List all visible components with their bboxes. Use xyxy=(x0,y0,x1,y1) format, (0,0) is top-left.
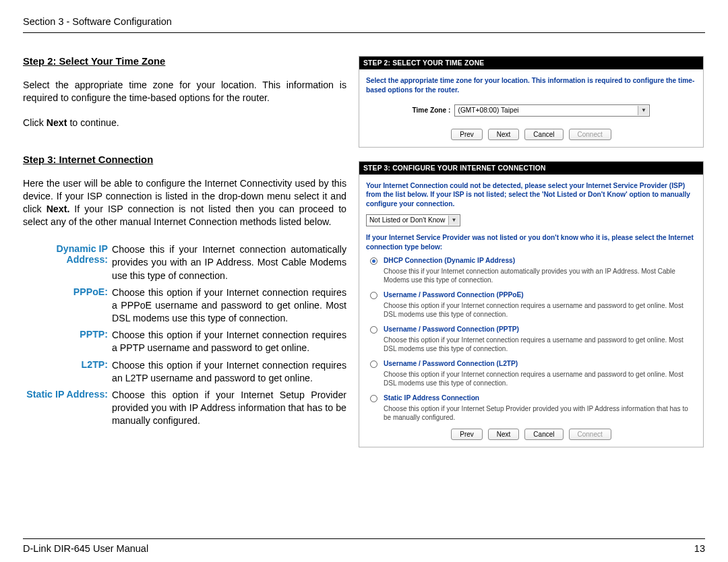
option-pptp[interactable]: Username / Password Connection (PPTP) Ch… xyxy=(370,325,696,353)
option-pppoe[interactable]: Username / Password Connection (PPPoE) C… xyxy=(370,291,696,319)
timezone-value: (GMT+08:00) Taipei xyxy=(455,106,533,114)
panel3-buttons: Prev Next Cancel Connect xyxy=(366,429,696,440)
radio-pptp[interactable] xyxy=(370,326,377,334)
connect-button[interactable]: Connect xyxy=(569,129,611,140)
prev-button[interactable]: Prev xyxy=(451,429,483,440)
footer-manual-title: D-Link DIR-645 User Manual xyxy=(23,543,148,554)
radio-l2tp[interactable] xyxy=(370,361,377,368)
option-dhcp[interactable]: DHCP Connection (Dynamic IP Address) Cho… xyxy=(370,257,696,284)
option-desc: Choose this option if your Internet Setu… xyxy=(384,404,696,422)
cancel-button[interactable]: Cancel xyxy=(524,429,563,440)
cancel-button[interactable]: Cancel xyxy=(524,129,563,140)
right-column: STEP 2: SELECT YOUR TIME ZONE Select the… xyxy=(359,56,704,461)
left-column: Step 2: Select Your Time Zone Select the… xyxy=(23,56,346,461)
term-l2tp: L2TP: xyxy=(23,359,112,389)
isp-select[interactable]: Not Listed or Don't Know ▼ xyxy=(366,214,460,226)
section-header: Section 3 - Software Configuration xyxy=(23,16,705,33)
next-button[interactable]: Next xyxy=(488,129,520,140)
panel3-header: STEP 3: CONFIGURE YOUR INTERNET CONNECTI… xyxy=(359,162,703,175)
option-desc: Choose this option if your Internet conn… xyxy=(384,370,696,387)
panel3-instruction1: Your Internet Connection could not be de… xyxy=(366,181,696,209)
timezone-label: Time Zone : xyxy=(413,106,451,114)
panel-step2: STEP 2: SELECT YOUR TIME ZONE Select the… xyxy=(359,56,704,148)
page-footer: D-Link DIR-645 User Manual 13 xyxy=(23,538,705,554)
definitions-table: Dynamic IP Address: Choose this if your … xyxy=(23,243,346,431)
chevron-down-icon: ▼ xyxy=(638,106,648,115)
step2-click-next: Click Next to continue. xyxy=(23,117,346,129)
panel2-header: STEP 2: SELECT YOUR TIME ZONE xyxy=(359,57,703,69)
panel3-instruction2: If your Internet Service Provider was no… xyxy=(366,233,696,252)
radio-static-ip[interactable] xyxy=(370,395,377,402)
option-title: Static IP Address Connection xyxy=(384,394,696,402)
option-title: DHCP Connection (Dynamic IP Address) xyxy=(384,257,696,265)
panel2-buttons: Prev Next Cancel Connect xyxy=(366,129,696,140)
option-l2tp[interactable]: Username / Password Connection (L2TP) Ch… xyxy=(370,360,696,387)
chevron-down-icon: ▼ xyxy=(448,216,459,225)
text-bold: Next xyxy=(47,117,67,128)
step2-heading: Step 2: Select Your Time Zone xyxy=(23,56,346,67)
desc-pptp: Choose this option if your Internet conn… xyxy=(112,329,346,358)
option-title: Username / Password Connection (PPPoE) xyxy=(384,291,696,299)
text: If your ISP connection is not listed the… xyxy=(23,204,346,227)
isp-value: Not Listed or Don't Know xyxy=(367,216,460,224)
desc-pppoe: Choose this option if your Internet conn… xyxy=(112,286,346,330)
desc-dynamic-ip: Choose this if your Internet connection … xyxy=(112,243,346,286)
text-bold: Next. xyxy=(47,204,70,214)
step3-heading: Step 3: Internet Connection xyxy=(23,154,346,165)
prev-button[interactable]: Prev xyxy=(451,129,483,140)
text: Click xyxy=(23,117,47,128)
step3-paragraph: Here the user will be able to configure … xyxy=(23,177,346,229)
option-desc: Choose this option if your Internet conn… xyxy=(384,301,696,319)
option-title: Username / Password Connection (PPTP) xyxy=(384,325,696,334)
step2-paragraph: Select the appropriate time zone for you… xyxy=(23,79,346,104)
panel2-instruction: Select the appropriate time zone for you… xyxy=(366,76,696,95)
radio-pppoe[interactable] xyxy=(370,292,377,299)
option-desc: Choose this if your Internet connection … xyxy=(384,267,696,284)
radio-dhcp[interactable] xyxy=(370,257,377,265)
option-static-ip[interactable]: Static IP Address Connection Choose this… xyxy=(370,394,696,422)
next-button[interactable]: Next xyxy=(488,429,520,440)
term-pppoe: PPPoE: xyxy=(23,286,112,330)
timezone-select[interactable]: (GMT+08:00) Taipei ▼ xyxy=(454,104,650,117)
text: to continue. xyxy=(67,117,119,128)
option-desc: Choose this option if your Internet conn… xyxy=(384,336,696,353)
connection-options: DHCP Connection (Dynamic IP Address) Cho… xyxy=(370,257,696,422)
term-static-ip: Static IP Address: xyxy=(23,389,112,432)
term-dynamic-ip: Dynamic IP Address: xyxy=(23,243,112,286)
connect-button[interactable]: Connect xyxy=(569,429,611,440)
panel-step3: STEP 3: CONFIGURE YOUR INTERNET CONNECTI… xyxy=(359,161,704,448)
desc-static-ip: Choose this option if your Internet Setu… xyxy=(112,389,346,432)
footer-page-number: 13 xyxy=(694,543,705,554)
desc-l2tp: Choose this option if your Internet conn… xyxy=(112,359,346,389)
term-pptp: PPTP: xyxy=(23,329,112,358)
option-title: Username / Password Connection (L2TP) xyxy=(384,360,696,368)
